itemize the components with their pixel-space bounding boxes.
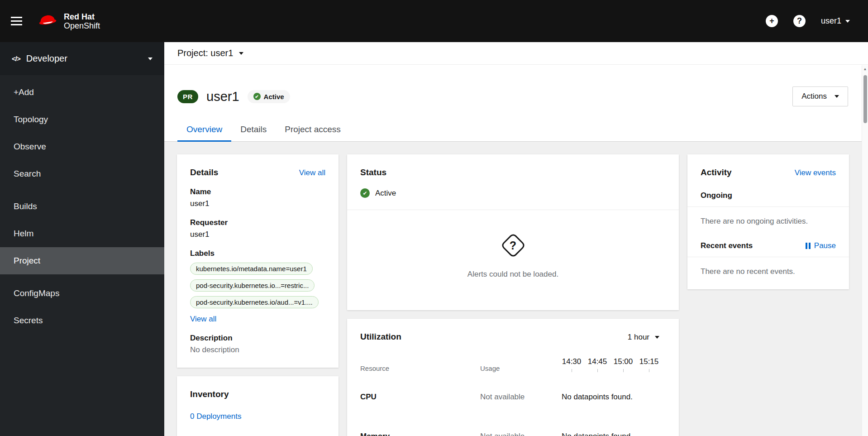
label-chip[interactable]: pod-security.kubernetes.io...=restric...	[190, 279, 315, 292]
main-area: Project: user1 PR user1 ✔ Active Actions…	[164, 42, 868, 436]
menu-toggle-button[interactable]	[11, 17, 22, 25]
sidebar-item-builds[interactable]: Builds	[0, 193, 164, 220]
inventory-card-title: Inventory	[190, 389, 325, 399]
sidebar-item-add[interactable]: +Add	[0, 79, 164, 106]
app-shell: </> Developer +Add Topology Observe Sear…	[0, 42, 868, 436]
redhat-openshift-logo[interactable]: Red Hat OpenShift	[37, 12, 100, 30]
redhat-fedora-icon	[37, 13, 58, 30]
divider	[687, 257, 849, 257]
middle-column: Status ✔ Active ? Alerts could not be lo…	[347, 154, 679, 436]
project-status: ✔ Active	[360, 188, 666, 198]
scroll-area: PR user1 ✔ Active Actions Overview Detai…	[164, 65, 868, 436]
inventory-card: Inventory 0 Deployments	[177, 376, 339, 436]
resource-column-header: Resource	[360, 364, 480, 372]
help-icon[interactable]: ?	[793, 15, 806, 27]
utilization-card: Utilization 1 hour Resource Usage 14:30	[347, 319, 679, 436]
user-menu[interactable]: user1	[821, 16, 850, 26]
ongoing-empty-message: There are no ongoing activities.	[701, 217, 836, 226]
recent-events-heading: Recent events	[701, 241, 753, 250]
project-resource-badge: PR	[177, 90, 198, 103]
left-column: Details View all Name user1 Requester us…	[177, 154, 339, 436]
pause-button[interactable]: Pause	[806, 241, 836, 250]
details-card: Details View all Name user1 Requester us…	[177, 154, 339, 368]
chevron-down-icon	[835, 95, 839, 98]
status-card: Status ✔ Active ? Alerts could not be lo…	[347, 154, 679, 310]
usage-column-header: Usage	[480, 364, 557, 372]
sidebar-item-topology[interactable]: Topology	[0, 106, 164, 133]
nav-group-separator	[0, 187, 164, 193]
chevron-down-icon	[148, 57, 153, 60]
tab-project-access[interactable]: Project access	[276, 125, 350, 141]
axis-tick	[597, 369, 598, 372]
status-card-title: Status	[360, 168, 666, 177]
divider	[687, 206, 849, 207]
sidebar-item-helm[interactable]: Helm	[0, 220, 164, 247]
pause-icon	[806, 243, 811, 249]
sidebar-item-configmaps[interactable]: ConfigMaps	[0, 280, 164, 307]
scrollbar-up-button[interactable]: ▲	[862, 65, 868, 72]
description-label: Description	[190, 334, 325, 343]
deployments-link[interactable]: 0 Deployments	[190, 412, 241, 421]
recent-events-empty-message: There are no recent events.	[701, 267, 836, 276]
brand-text: Red Hat OpenShift	[64, 12, 100, 30]
alerts-message: Alerts could not be loaded.	[467, 270, 558, 279]
masthead-toolbar: + ? user1	[766, 15, 850, 27]
resource-name: CPU	[360, 393, 480, 402]
chevron-down-icon	[655, 336, 659, 339]
sidebar: </> Developer +Add Topology Observe Sear…	[0, 42, 164, 436]
duration-dropdown[interactable]: 1 hour	[628, 333, 659, 342]
tab-overview[interactable]: Overview	[177, 125, 231, 141]
page-header: PR user1 ✔ Active Actions	[164, 65, 868, 106]
plus-circle-icon[interactable]: +	[766, 15, 778, 27]
hamburger-icon	[11, 17, 22, 18]
view-events-link[interactable]: View events	[795, 168, 836, 177]
sidebar-item-search[interactable]: Search	[0, 160, 164, 187]
perspective-label: Developer	[26, 53, 67, 64]
axis-tick	[623, 369, 624, 372]
tab-details[interactable]: Details	[231, 125, 276, 141]
resource-usage: Not available	[480, 432, 557, 436]
project-selector[interactable]: Project: user1	[164, 42, 868, 65]
tab-bar: Overview Details Project access	[164, 125, 868, 142]
resource-name: Memory	[360, 432, 480, 436]
activity-card-title: Activity	[701, 168, 732, 177]
dashboard-content: Details View all Name user1 Requester us…	[164, 142, 868, 436]
resource-datapoints: No datapoints found.	[557, 432, 666, 436]
check-circle-icon: ✔	[360, 188, 370, 198]
sidebar-item-secrets[interactable]: Secrets	[0, 307, 164, 334]
chevron-down-icon	[239, 52, 243, 55]
check-circle-icon: ✔	[253, 93, 261, 100]
nav-group-separator	[0, 274, 164, 280]
time-label: 15:00	[614, 357, 633, 366]
vertical-scrollbar[interactable]: ▲	[862, 65, 868, 436]
utilization-row-memory: Memory Not available No datapoints found…	[360, 432, 666, 436]
alerts-section: ? Alerts could not be loaded.	[360, 210, 666, 297]
name-label: Name	[190, 187, 325, 196]
time-label: 14:30	[562, 357, 582, 366]
time-label: 14:45	[588, 357, 607, 366]
masthead: Red Hat OpenShift + ? user1	[0, 0, 868, 42]
chevron-down-icon	[845, 20, 850, 23]
label-chip[interactable]: pod-security.kubernetes.io/aud...=v1....	[190, 296, 319, 308]
resource-usage: Not available	[480, 393, 557, 402]
axis-tick	[572, 369, 572, 372]
page-title: user1	[206, 89, 239, 104]
scrollbar-thumb[interactable]	[863, 75, 867, 123]
utilization-card-title: Utilization	[360, 332, 401, 342]
requester-label: Requester	[190, 218, 325, 227]
axis-tick	[649, 369, 649, 372]
name-value: user1	[190, 199, 325, 208]
details-view-all-link[interactable]: View all	[299, 168, 325, 177]
perspective-switcher[interactable]: </> Developer	[0, 42, 164, 75]
status-badge: ✔ Active	[248, 90, 290, 103]
activity-card: Activity View events Ongoing There are n…	[687, 154, 849, 289]
time-axis: 14:30 14:45 15:00 15:15	[557, 357, 666, 372]
label-chip[interactable]: kubernetes.io/metadata.name=user1	[190, 263, 313, 275]
right-column: Activity View events Ongoing There are n…	[687, 154, 849, 289]
utilization-row-cpu: CPU Not available No datapoints found.	[360, 393, 666, 402]
labels-view-all-link[interactable]: View all	[190, 315, 216, 324]
sidebar-item-project[interactable]: Project	[0, 247, 164, 274]
actions-dropdown[interactable]: Actions	[792, 86, 848, 106]
utilization-header-row: Resource Usage 14:30 14:45 15:00 15:15	[360, 357, 666, 372]
sidebar-item-observe[interactable]: Observe	[0, 133, 164, 160]
